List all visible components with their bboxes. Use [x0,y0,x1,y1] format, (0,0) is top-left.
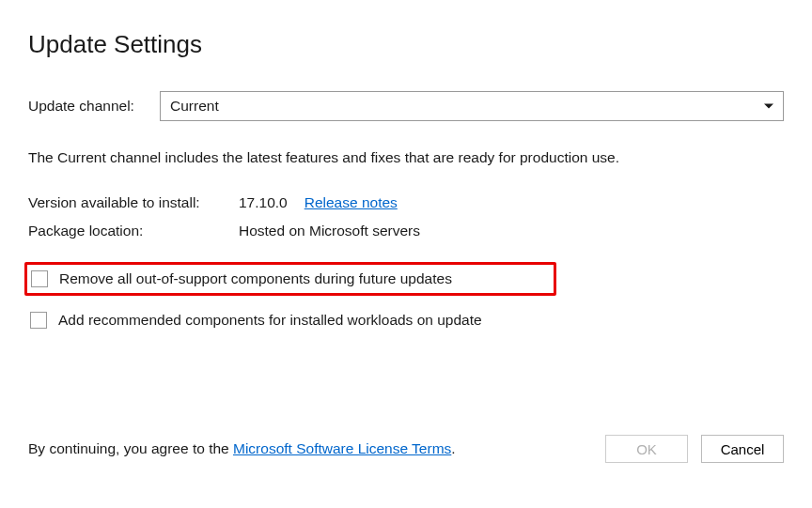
package-location-value: Hosted on Microsoft servers [239,223,420,239]
license-text: By continuing, you agree to the Microsof… [28,440,456,457]
version-value: 17.10.0 [239,194,288,211]
add-recommended-label: Add recommended components for installed… [58,312,482,329]
version-row: Version available to install: 17.10.0 Re… [28,194,784,211]
update-channel-row: Update channel: Current [28,91,784,121]
add-recommended-row: Add recommended components for installed… [28,307,784,333]
checkbox-group: Remove all out-of-support components dur… [28,262,784,333]
cancel-button[interactable]: Cancel [701,435,784,463]
remove-oos-row: Remove all out-of-support components dur… [24,262,556,296]
license-suffix: . [451,440,455,456]
remove-oos-label: Remove all out-of-support components dur… [59,270,452,287]
remove-oos-checkbox[interactable] [31,270,48,287]
update-channel-dropdown[interactable]: Current [160,91,784,121]
ok-button[interactable]: OK [605,435,688,463]
version-label: Version available to install: [28,194,239,211]
package-location-label: Package location: [28,223,239,239]
chevron-down-icon [764,104,773,109]
license-terms-link[interactable]: Microsoft Software License Terms [233,440,451,456]
add-recommended-checkbox[interactable] [30,312,47,329]
button-group: OK Cancel [605,435,784,463]
channel-description: The Current channel includes the latest … [28,147,784,168]
license-prefix: By continuing, you agree to the [28,440,233,456]
dialog-footer: By continuing, you agree to the Microsof… [28,435,784,463]
package-location-row: Package location: Hosted on Microsoft se… [28,223,784,239]
release-notes-link[interactable]: Release notes [304,194,398,211]
update-channel-value: Current [170,98,219,115]
page-title: Update Settings [28,30,784,59]
update-channel-label: Update channel: [28,98,160,115]
